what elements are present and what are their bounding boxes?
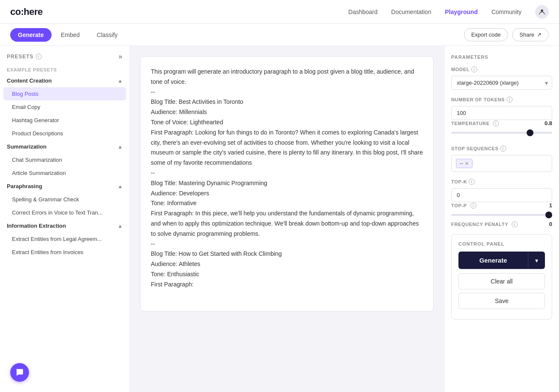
preset-correct-errors[interactable]: Correct Errors in Voice to Text Tran... <box>0 206 130 219</box>
chevron-up-icon-4: ▲ <box>118 223 123 229</box>
stop-seq-info-icon[interactable]: i <box>500 146 506 152</box>
save-button[interactable]: Save <box>458 293 545 309</box>
chevron-up-icon: ▲ <box>118 78 123 84</box>
freq-penalty-info-icon[interactable]: i <box>512 221 518 227</box>
top-p-value: 1 <box>549 202 552 209</box>
generate-button[interactable]: Generate <box>458 252 528 269</box>
model-select[interactable]: xlarge-20220609 (xlarge) medium-20220609… <box>451 76 552 90</box>
prompt-box[interactable]: This program will generate an introducto… <box>140 56 434 312</box>
temperature-value: 0.8 <box>545 120 552 126</box>
tokens-info-icon[interactable]: i <box>507 97 513 103</box>
nav-playground[interactable]: Playground <box>445 9 478 15</box>
preset-hashtag-generator[interactable]: Hashtag Generator <box>0 114 130 127</box>
sidebar: PRESETS i » EXAMPLE PRESETS Content Crea… <box>0 46 130 392</box>
temperature-row: TEMPERATURE i 0.8 <box>451 120 552 126</box>
example-presets-label: EXAMPLE PRESETS <box>0 64 130 74</box>
preset-chat-summarization[interactable]: Chat Summarization <box>0 153 130 166</box>
tab-classify[interactable]: Classify <box>89 28 125 42</box>
stop-tag: -- ✕ <box>456 159 473 168</box>
temperature-info-icon[interactable]: i <box>493 120 499 126</box>
toolbar-actions: Export code Share ↗ <box>464 28 549 41</box>
sidebar-collapse-icon[interactable]: » <box>118 53 123 60</box>
freq-penalty-value: 0 <box>549 221 552 227</box>
top-k-input[interactable] <box>451 188 552 202</box>
temperature-slider[interactable] <box>451 132 552 134</box>
model-label: MODEL i <box>451 66 552 72</box>
category-content-creation[interactable]: Content Creation ▲ <box>0 74 130 87</box>
model-info-icon[interactable]: i <box>471 66 477 72</box>
generate-dropdown-button[interactable]: ▾ <box>528 252 545 269</box>
parameters-title: PARAMETERS <box>451 54 552 60</box>
generate-row: Generate ▾ <box>458 252 545 269</box>
control-panel: CONTROL PANEL Generate ▾ Clear all Save <box>451 234 552 320</box>
nav-links: Dashboard Documentation Playground Commu… <box>349 5 549 19</box>
nav-documentation[interactable]: Documentation <box>391 9 431 15</box>
preset-article-summarization[interactable]: Article Summarization <box>0 166 130 180</box>
top-k-label: TOP-K i <box>451 179 552 185</box>
preset-extract-invoices[interactable]: Extract Entities from Invoices <box>0 246 130 259</box>
preset-extract-legal[interactable]: Extract Entities from Legal Agreem... <box>0 232 130 246</box>
tab-generate[interactable]: Generate <box>10 28 52 42</box>
category-paraphrasing[interactable]: Paraphrasing ▲ <box>0 180 130 193</box>
preset-product-descriptions[interactable]: Product Descriptions <box>0 127 130 140</box>
export-code-button[interactable]: Export code <box>464 28 508 41</box>
preset-spelling-grammar[interactable]: Spelling & Grammar Check <box>0 193 130 206</box>
preset-email-copy[interactable]: Email Copy <box>0 100 130 114</box>
top-k-info-icon[interactable]: i <box>469 179 475 185</box>
category-information-extraction[interactable]: Information Extraction ▲ <box>0 219 130 232</box>
top-nav: co:here Dashboard Documentation Playgrou… <box>0 0 559 24</box>
clear-all-button[interactable]: Clear all <box>458 273 545 289</box>
presets-title: PRESETS i <box>7 54 42 60</box>
top-p-slider[interactable] <box>451 214 552 216</box>
chevron-up-icon-3: ▲ <box>118 183 123 189</box>
nav-community[interactable]: Community <box>491 9 522 15</box>
stop-tag-remove[interactable]: ✕ <box>465 161 469 166</box>
freq-penalty-row: FREQUENCY PENALTY i 0 <box>451 221 552 227</box>
presets-info-icon[interactable]: i <box>36 54 42 60</box>
category-summarization[interactable]: Summarization ▲ <box>0 140 130 153</box>
control-panel-title: CONTROL PANEL <box>458 241 545 246</box>
toolbar: Generate Embed Classify Export code Shar… <box>0 24 559 46</box>
logo: co:here <box>10 6 43 17</box>
toolbar-tabs: Generate Embed Classify <box>10 28 125 42</box>
preset-blog-posts[interactable]: Blog Posts <box>3 87 126 100</box>
top-p-info-icon[interactable]: i <box>470 203 476 209</box>
chat-fab[interactable] <box>10 363 29 382</box>
stop-seq-label: STOP SEQUENCES i <box>451 146 552 152</box>
model-select-wrapper: xlarge-20220609 (xlarge) medium-20220609… <box>451 76 552 90</box>
sidebar-header: PRESETS i » <box>0 53 130 64</box>
top-p-row: TOP-P i 1 <box>451 202 552 209</box>
tab-embed[interactable]: Embed <box>53 28 87 42</box>
user-avatar[interactable] <box>535 5 549 19</box>
parameters-panel: PARAMETERS MODEL i xlarge-20220609 (xlar… <box>444 46 559 392</box>
svg-point-0 <box>541 9 543 12</box>
tokens-input[interactable] <box>451 106 552 120</box>
content-area: This program will generate an introducto… <box>130 46 444 392</box>
tokens-label: NUMBER OF TOKENS i <box>451 97 552 103</box>
stop-sequences-input[interactable]: -- ✕ <box>451 155 552 172</box>
chevron-up-icon-2: ▲ <box>118 144 123 150</box>
nav-dashboard[interactable]: Dashboard <box>349 9 378 15</box>
chevron-down-icon: ▾ <box>535 257 538 264</box>
share-button[interactable]: Share ↗ <box>512 28 549 41</box>
stop-tag-value: -- <box>460 160 463 166</box>
main-layout: PRESETS i » EXAMPLE PRESETS Content Crea… <box>0 46 559 392</box>
